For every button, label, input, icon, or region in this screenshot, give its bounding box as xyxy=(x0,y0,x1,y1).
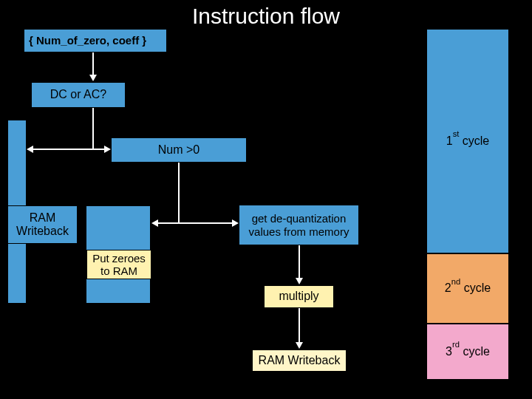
arrow-head-1 xyxy=(89,75,97,81)
arrow-decision-hline xyxy=(32,149,106,150)
arrow-decision-down xyxy=(92,108,94,149)
multiply-node: multiply xyxy=(264,285,334,308)
arrow-head-left-1 xyxy=(27,146,33,153)
num-gt-zero-node: Num >0 xyxy=(111,137,247,163)
arrow-head-left-2 xyxy=(151,219,158,227)
arrow-dequant-to-mult xyxy=(299,245,300,279)
arrow-head-down-4 xyxy=(296,342,303,349)
decision-node: DC or AC? xyxy=(31,82,126,108)
ram-writeback-bottom-label: RAM Writeback xyxy=(259,354,341,367)
num-gt-zero-label: Num >0 xyxy=(158,143,200,157)
ram-writeback-left-label: RAM Writeback xyxy=(11,211,74,239)
cycle-3-label: 3rd cycle xyxy=(446,345,490,358)
ram-writeback-bottom-node: RAM Writeback xyxy=(252,349,347,372)
cycle-2-box: 2nd cycle xyxy=(426,253,509,324)
ram-writeback-left-node: RAM Writeback xyxy=(7,205,78,244)
arrow-numgt0-hline xyxy=(157,222,233,224)
arrow-head-right-1 xyxy=(104,146,111,153)
arrow-mult-to-ramwb xyxy=(299,308,300,344)
input-label: { Num_of_zero, coeff } xyxy=(29,34,146,47)
arrow-numgt0-down xyxy=(178,163,180,224)
get-dequant-node: get de-quantization values from memory xyxy=(239,205,359,245)
arrow-head-down-3 xyxy=(296,278,303,284)
put-zeroes-node: Put zeroes to RAM xyxy=(86,250,151,279)
get-dequant-label: get de-quantization values from memory xyxy=(242,212,355,238)
page-title: Instruction flow xyxy=(0,4,532,29)
put-zeroes-label: Put zeroes to RAM xyxy=(90,252,148,278)
cycle-1-label: 1st cycle xyxy=(446,134,490,148)
arrow-input-to-decision xyxy=(92,52,94,76)
input-node: { Num_of_zero, coeff } xyxy=(24,29,167,52)
multiply-label: multiply xyxy=(279,290,318,303)
arrow-head-right-2 xyxy=(232,219,239,227)
cycle-3-box: 3rd cycle xyxy=(426,324,509,380)
cycle-1-box: 1st cycle xyxy=(426,29,509,253)
decision-label: DC or AC? xyxy=(50,88,106,101)
cycle-2-label: 2nd cycle xyxy=(445,282,491,295)
